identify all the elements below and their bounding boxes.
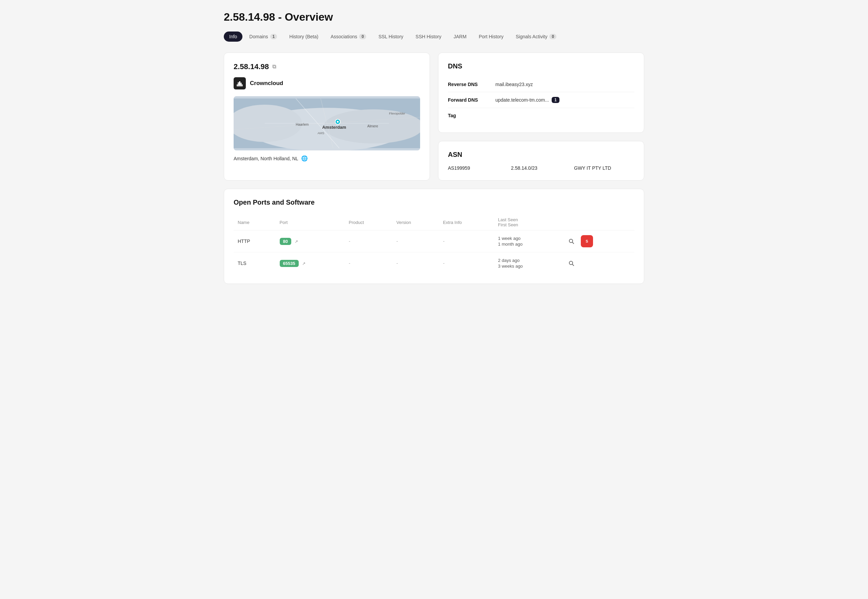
col-product: Product xyxy=(345,214,392,230)
domains-badge: 1 xyxy=(270,34,277,39)
svg-text:Haarlem: Haarlem xyxy=(296,123,308,126)
signals-badge: 0 xyxy=(549,34,556,39)
map-container: Haarlem Amsterdam AMS Almere Flevopolder xyxy=(234,96,420,151)
forward-dns-value: update.telecom-tm.com... 1 xyxy=(495,97,560,103)
cell-product: - xyxy=(345,253,392,274)
tab-history[interactable]: History (Beta) xyxy=(284,32,324,42)
col-port: Port xyxy=(276,214,345,230)
cell-port: 80 ↗ xyxy=(276,230,345,253)
asn-title: ASN xyxy=(448,151,634,158)
forward-dns-label: Forward DNS xyxy=(448,97,489,103)
asn-range: 2.58.14.0/23 xyxy=(511,166,571,171)
ports-card: Open Ports and Software Name Port Produc… xyxy=(224,189,644,284)
ports-table: Name Port Product Version Extra Info Las… xyxy=(234,214,634,274)
dns-card: DNS Reverse DNS mail.ibeasy23.xyz Forwar… xyxy=(438,53,644,133)
forward-dns-count: 1 xyxy=(552,97,560,103)
asn-name: GWY IT PTY LTD xyxy=(574,166,634,171)
cell-name: TLS xyxy=(234,253,276,274)
cell-product: - xyxy=(345,230,392,253)
ip-address-row: 2.58.14.98 ⧉ xyxy=(234,62,420,71)
copy-ip-button[interactable]: ⧉ xyxy=(272,64,276,70)
shodan-button[interactable]: S xyxy=(581,235,593,247)
port-badge: 65535 xyxy=(280,260,299,267)
tabs-bar: Info Domains 1 History (Beta) Associatio… xyxy=(224,32,644,42)
cell-extra-info: - xyxy=(439,253,494,274)
tab-jarm[interactable]: JARM xyxy=(448,32,472,42)
table-row: TLS 65535 ↗ - - - 2 days ago 3 weeks ago xyxy=(234,253,634,274)
cell-extra-info: - xyxy=(439,230,494,253)
table-row: HTTP 80 ↗ - - - 1 week ago 1 month ago xyxy=(234,230,634,253)
col-version: Version xyxy=(392,214,439,230)
cell-last-seen: 1 week ago 1 month ago xyxy=(494,230,561,253)
cell-last-seen: 2 days ago 3 weeks ago xyxy=(494,253,561,274)
cell-name: HTTP xyxy=(234,230,276,253)
ip-value: 2.58.14.98 xyxy=(234,62,269,71)
svg-rect-2 xyxy=(239,81,240,85)
svg-text:Amsterdam: Amsterdam xyxy=(322,125,346,130)
cell-actions xyxy=(561,253,634,274)
first-seen-value: 1 month ago xyxy=(498,242,557,247)
asn-grid: AS199959 2.58.14.0/23 GWY IT PTY LTD xyxy=(448,166,634,171)
tab-signals-activity[interactable]: Signals Activity 0 xyxy=(510,32,562,42)
tab-ssl-history[interactable]: SSL History xyxy=(373,32,409,42)
first-seen-value: 3 weeks ago xyxy=(498,263,557,269)
last-seen-value: 2 days ago xyxy=(498,258,557,263)
cell-version: - xyxy=(392,253,439,274)
provider-name: Crowncloud xyxy=(250,80,283,87)
globe-icon: 🌐 xyxy=(301,155,308,162)
col-extra-info: Extra Info xyxy=(439,214,494,230)
right-cards: DNS Reverse DNS mail.ibeasy23.xyz Forwar… xyxy=(438,53,644,181)
svg-rect-3 xyxy=(240,83,242,85)
col-name: Name xyxy=(234,214,276,230)
svg-text:Almere: Almere xyxy=(367,124,378,128)
last-seen-value: 1 week ago xyxy=(498,236,557,241)
forward-dns-row: Forward DNS update.telecom-tm.com... 1 xyxy=(448,92,634,108)
tab-associations[interactable]: Associations 0 xyxy=(325,32,371,42)
svg-text:S: S xyxy=(586,239,588,243)
asn-number: AS199959 xyxy=(448,166,508,171)
col-actions xyxy=(561,214,634,230)
associations-badge: 0 xyxy=(359,34,366,39)
search-button[interactable] xyxy=(565,257,577,269)
external-link-icon[interactable]: ↗ xyxy=(302,261,305,266)
dns-title: DNS xyxy=(448,62,634,70)
tab-ssh-history[interactable]: SSH History xyxy=(410,32,447,42)
reverse-dns-label: Reverse DNS xyxy=(448,82,489,87)
ports-title: Open Ports and Software xyxy=(234,199,634,206)
location-row: Amsterdam, North Holland, NL 🌐 xyxy=(234,155,420,162)
svg-point-19 xyxy=(337,121,339,123)
ip-info-card: 2.58.14.98 ⧉ Crowncloud xyxy=(224,53,430,181)
reverse-dns-row: Reverse DNS mail.ibeasy23.xyz xyxy=(448,77,634,92)
provider-logo xyxy=(234,77,246,89)
page-title: 2.58.14.98 - Overview xyxy=(224,11,644,23)
reverse-dns-value: mail.ibeasy23.xyz xyxy=(495,82,533,87)
tab-info[interactable]: Info xyxy=(224,32,242,42)
cell-version: - xyxy=(392,230,439,253)
location-text: Amsterdam, North Holland, NL xyxy=(234,156,298,161)
tag-label: Tag xyxy=(448,113,489,118)
svg-text:AMS: AMS xyxy=(318,131,325,135)
tab-port-history[interactable]: Port History xyxy=(473,32,509,42)
svg-line-21 xyxy=(572,242,574,244)
port-badge: 80 xyxy=(280,238,291,245)
tag-row: Tag xyxy=(448,108,634,123)
provider-row: Crowncloud xyxy=(234,77,420,89)
svg-line-25 xyxy=(572,264,574,266)
search-button[interactable] xyxy=(565,235,577,247)
svg-rect-1 xyxy=(238,82,239,85)
tab-domains[interactable]: Domains 1 xyxy=(244,32,282,42)
svg-text:Flevopolder: Flevopolder xyxy=(389,112,405,115)
asn-card: ASN AS199959 2.58.14.0/23 GWY IT PTY LTD xyxy=(438,141,644,181)
external-link-icon[interactable]: ↗ xyxy=(294,239,298,244)
col-last-seen: Last Seen First Seen xyxy=(494,214,561,230)
cell-actions: S xyxy=(561,230,634,253)
cell-port: 65535 ↗ xyxy=(276,253,345,274)
